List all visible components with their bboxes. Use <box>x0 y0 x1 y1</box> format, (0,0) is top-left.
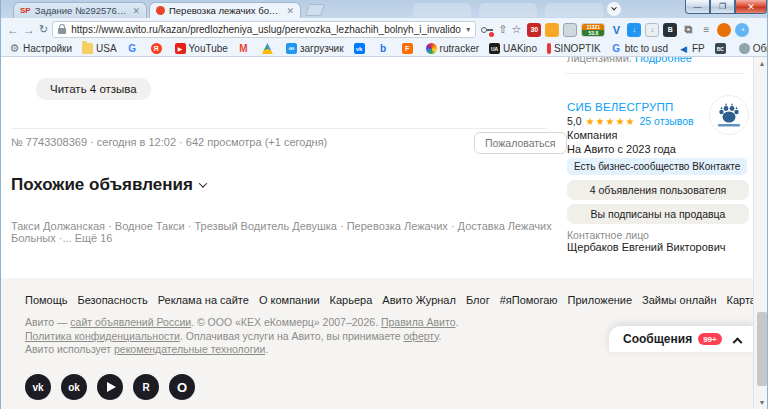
footer-legal-fragment: . <box>265 343 268 355</box>
reload-button[interactable]: ↻ <box>39 24 48 35</box>
similar-link[interactable]: Трезвый Водитель Девушка <box>195 220 347 232</box>
minimize-button[interactable]: — <box>685 0 710 14</box>
footer-legal-fragment: Авито — <box>25 316 70 328</box>
similar-more-link[interactable]: Ещё 16 <box>75 232 113 244</box>
dzen-icon[interactable]: O <box>169 374 195 400</box>
scrollbar-thumb[interactable] <box>757 312 767 386</box>
scroll-down-icon[interactable]: ▼ <box>754 396 768 409</box>
bookmark-label: USA <box>96 43 117 54</box>
browser-window: SP Задание №2925766 - просмотр з ✕ Перев… <box>0 0 768 409</box>
footer-legal-fragment: . <box>456 316 459 328</box>
new-tab-button[interactable] <box>305 4 325 16</box>
tab-title: Задание №2925766 - просмотр з <box>35 5 129 16</box>
tab-task[interactable]: SP Задание №2925766 - просмотр з ✕ <box>13 2 147 18</box>
reader-icon[interactable]: ≡ <box>699 23 713 37</box>
footer-legal-link[interactable]: сайт объявлений России <box>70 316 191 328</box>
report-button[interactable]: Пожаловаться <box>474 132 567 154</box>
footer-link[interactable]: #яПомогаю <box>500 294 558 306</box>
bookmark-item[interactable]: USA <box>82 43 117 54</box>
bookmark-item[interactable]: M <box>238 43 252 54</box>
footer-link[interactable]: Займы онлайн <box>642 294 716 306</box>
vertical-scrollbar[interactable]: ▲ ▼ <box>753 57 768 409</box>
vk-community-badge[interactable]: Есть бизнес-сообщество ВКонтакте <box>567 158 747 175</box>
footer-legal-link[interactable]: Политика конфиденциальности <box>25 330 180 342</box>
maximize-button[interactable]: ❐ <box>710 0 735 14</box>
password-manager-icon[interactable] <box>480 23 494 37</box>
chevron-up-icon <box>733 337 743 347</box>
bookmark-item[interactable] <box>262 43 276 54</box>
tampermonkey-icon[interactable] <box>545 23 559 37</box>
bookmark-item[interactable]: rutracker <box>426 43 479 54</box>
seller-name-link[interactable]: СИБ ВЕЛЕСГРУПП <box>567 101 673 113</box>
messages-widget[interactable]: Сообщения 99+ <box>609 326 753 352</box>
background-window-tab <box>545 3 603 17</box>
bookmark-item[interactable]: b <box>378 43 392 54</box>
footer-legal-link[interactable]: Правила Авито <box>381 316 456 328</box>
url-dropdown-icon[interactable]: ▾ <box>466 25 470 34</box>
subscribed-button[interactable]: Вы подписаны на продавца <box>567 204 749 224</box>
footer-link[interactable]: Блог <box>466 294 490 306</box>
seller-ads-button[interactable]: 4 объявления пользователя <box>567 180 749 200</box>
bookmark-favicon-icon: ◀ <box>678 43 689 54</box>
v-blue-icon[interactable]: V <box>609 23 623 37</box>
url-bar[interactable]: https://www.avito.ru/kazan/predlozheniya… <box>52 21 476 38</box>
similar-link[interactable]: Такси Должанская <box>11 220 115 232</box>
similar-link[interactable]: Перевозка Лежачих <box>347 220 458 232</box>
dl-blue-icon[interactable]: ↓ <box>627 23 641 37</box>
ok-icon[interactable]: ok <box>61 374 87 400</box>
bookmark-item[interactable]: ⚙ Настройки <box>9 43 72 54</box>
bookmark-item[interactable]: G btc to usd <box>611 43 668 54</box>
read-reviews-button[interactable]: Читать 4 отзыва <box>36 78 151 100</box>
bookmark-item[interactable]: ◀ FP <box>678 43 705 54</box>
footer-link[interactable]: Карта сайта <box>727 294 754 306</box>
tab-close-icon[interactable]: ✕ <box>132 6 140 16</box>
bookmark-item[interactable]: UA UAKino <box>489 43 537 54</box>
bookmark-item[interactable]: F <box>402 43 416 54</box>
footer-link[interactable]: Карьера <box>330 294 373 306</box>
similar-link[interactable]: Водное Такси <box>115 220 195 232</box>
close-button[interactable]: ✕ <box>735 0 767 14</box>
globe-icon[interactable]: ◔ <box>735 23 749 37</box>
bookmark-item[interactable]: Я <box>151 43 165 54</box>
seller-rating: 5,0 ★★★★★ 25 отзывов <box>567 115 694 127</box>
telegram-icon[interactable] <box>97 374 123 400</box>
tab-avito-active[interactable]: Перевозка лежачих больных и и ✕ <box>149 2 301 18</box>
bookmark-item[interactable]: Обмінник <box>739 43 768 54</box>
footer-link[interactable]: Помощь <box>25 294 68 306</box>
bookmark-star-icon[interactable]: ☆ <box>511 24 521 35</box>
url-text[interactable]: https://www.avito.ru/kazan/predlozheniya… <box>71 24 461 35</box>
footer-legal-link[interactable]: оферту <box>403 330 438 342</box>
footer-legal-link[interactable]: рекомендательные технологии <box>114 343 265 355</box>
back-button[interactable]: ← <box>7 24 19 36</box>
scroll-up-icon[interactable]: ▲ <box>754 57 768 70</box>
similar-ads-title: Похожие объявления <box>11 175 193 195</box>
tab-search-icon[interactable] <box>607 2 621 16</box>
bookmark-item[interactable]: G <box>127 43 141 54</box>
share-icon[interactable]: ⇧ <box>498 24 507 35</box>
forward-button[interactable]: → <box>23 24 35 36</box>
footer-link[interactable]: Безопасность <box>78 294 148 306</box>
seller-avatar[interactable] <box>709 95 749 135</box>
vk-icon[interactable]: vk <box>25 374 51 400</box>
bookmark-item[interactable]: SINOPTIK <box>547 43 601 54</box>
rutube-icon[interactable]: R <box>133 374 159 400</box>
bookmark-item[interactable]: ▶ YouTube <box>175 43 228 54</box>
bookmark-item[interactable]: vk <box>354 43 368 54</box>
footer-link[interactable]: Реклама на сайте <box>158 294 249 306</box>
bookmark-item[interactable]: ∞ загрузчик <box>286 43 344 54</box>
footer-link[interactable]: Приложение <box>568 294 633 306</box>
b-dark-icon[interactable]: B <box>663 23 677 37</box>
bookmark-item[interactable]: BC <box>715 43 729 54</box>
dl-gray-icon[interactable]: ↓ <box>645 23 659 37</box>
bookmark-label: загрузчик <box>300 43 344 54</box>
tab-close-icon[interactable]: ✕ <box>286 6 294 16</box>
cal30-icon[interactable]: 30 <box>527 23 541 37</box>
ltc-ticker-icon[interactable]: 1132153.8 <box>581 23 605 37</box>
reviews-count-link[interactable]: 25 отзывов <box>639 115 693 127</box>
profile-icon[interactable] <box>717 23 731 37</box>
footer-link[interactable]: Авито Журнал <box>382 294 456 306</box>
footer-link[interactable]: О компании <box>259 294 320 306</box>
clipboard-icon[interactable] <box>563 23 577 37</box>
similar-ads-heading[interactable]: Похожие объявления <box>11 175 206 195</box>
puzzle-icon[interactable]: ⧉ <box>681 23 695 37</box>
